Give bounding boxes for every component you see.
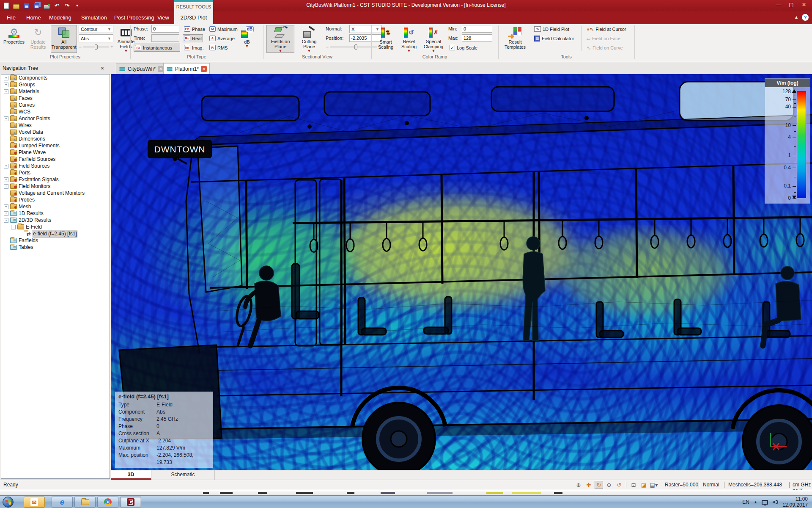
real-mode-button[interactable]: ReReal	[183, 34, 203, 42]
tab-2d3d-plot[interactable]: 2D/3D Plot	[174, 11, 213, 24]
close-button[interactable]: ✕	[798, 0, 810, 9]
all-transparent-toggle[interactable]: All Transparent	[51, 25, 77, 53]
reset-scaling-button[interactable]: ↺ Reset Scaling ▼	[398, 25, 420, 53]
tree-item-materials[interactable]: +Materials	[1, 88, 110, 95]
tree-item-excitation-signals[interactable]: +Excitation Signals	[1, 176, 110, 183]
field-at-cursor-button[interactable]: ●↖Field at Cursor	[585, 25, 627, 33]
help-icon[interactable]: ?	[802, 14, 809, 21]
average-mode-button[interactable]: AAverage	[208, 34, 236, 42]
db-button[interactable]: dB dB ▼	[238, 25, 256, 53]
instantaneous-toggle[interactable]: (t)Instantaneous	[134, 44, 180, 52]
tree-item-farfield-sources[interactable]: Farfield Sources	[1, 156, 110, 163]
tree-item-anchor-points[interactable]: +Anchor Points	[1, 115, 110, 122]
1d-field-plot-button[interactable]: ∿1D Field Plot	[533, 25, 571, 33]
smart-scaling-button[interactable]: ⇅ Smart Scaling	[375, 25, 397, 53]
expand-icon[interactable]: +	[4, 76, 8, 80]
min-input[interactable]	[462, 25, 492, 33]
view-options-icon[interactable]: ▤▾	[650, 481, 658, 489]
tab-close-icon[interactable]: ✕	[158, 66, 164, 72]
new-file-icon[interactable]	[3, 2, 10, 9]
tab-simulation[interactable]: Simulation	[80, 11, 109, 24]
tree-item-mesh[interactable]: +Mesh	[1, 203, 110, 210]
position-slider[interactable]: −+	[326, 44, 381, 50]
maximize-button[interactable]: ▢	[785, 0, 798, 9]
expand-icon[interactable]: +	[4, 116, 8, 121]
tray-expand-icon[interactable]: ▲	[754, 500, 757, 504]
collapse-icon[interactable]: -	[11, 225, 16, 229]
tree-item-ports[interactable]: Ports	[1, 169, 110, 176]
expand-icon[interactable]: +	[4, 184, 8, 189]
tree-item-components[interactable]: +Components	[1, 75, 110, 81]
phase-input[interactable]	[151, 25, 179, 33]
cutplane-tool-icon[interactable]: ◪	[639, 481, 648, 489]
maximum-mode-button[interactable]: MMaximum	[208, 25, 239, 33]
tab-view[interactable]: View	[156, 11, 171, 24]
fit-view-icon[interactable]: ⊡	[629, 481, 638, 489]
collapse-ribbon-icon[interactable]: ▴	[795, 14, 798, 21]
tree-item-field-sources[interactable]: +Field Sources	[1, 163, 110, 169]
tree-item-2d-3d-results[interactable]: -2D/3D Results	[1, 217, 110, 224]
navigation-tree-close-icon[interactable]: ✕	[99, 65, 106, 72]
tree-item-voxel-data[interactable]: Voxel Data	[1, 129, 110, 135]
tree-item-wires[interactable]: Wires	[1, 122, 110, 129]
tree-item-wcs[interactable]: WCS	[1, 108, 110, 115]
tree-item-e-field-f-2-45-fs1-[interactable]: e-field (f=2.45) [fs1]	[1, 230, 110, 237]
view-tab-3d[interactable]: 3D	[111, 470, 151, 480]
minimize-button[interactable]: —	[772, 0, 785, 9]
tree-item-farfields[interactable]: Farfields	[1, 237, 110, 244]
expand-icon[interactable]: +	[4, 164, 8, 168]
expand-icon[interactable]: +	[4, 89, 8, 94]
network-icon[interactable]	[762, 500, 768, 505]
doc-tab-platform1[interactable]: Platform1* ✕	[163, 63, 210, 74]
taskbar-cst-button[interactable]	[120, 497, 141, 508]
view-tab-schematic[interactable]: Schematic	[151, 470, 215, 480]
status-render-mode[interactable]: Normal	[703, 482, 719, 488]
special-clamping-button[interactable]: ✗ Special Clamping ▼	[421, 25, 446, 53]
print-icon[interactable]	[43, 2, 50, 9]
max-input[interactable]	[462, 34, 492, 42]
properties-button[interactable]: ⚙ Properties	[3, 25, 25, 53]
field-calculator-button[interactable]: ▦Field Calculator	[533, 34, 575, 42]
field-plot-3d-view[interactable]: DWNTOWN V/m (log) 128704010410.40.10 e-f…	[111, 74, 812, 470]
taskbar-explorer-button[interactable]	[74, 497, 96, 508]
expand-icon[interactable]: +	[4, 177, 8, 182]
save-icon[interactable]	[23, 2, 30, 9]
taskbar-clock[interactable]: 11:00 12.09.2017	[782, 496, 808, 508]
open-file-icon[interactable]	[13, 2, 20, 9]
zoom-select-icon[interactable]: ⊕	[574, 481, 583, 489]
update-results-button[interactable]: ↻ Update Results	[26, 25, 50, 53]
expand-icon[interactable]: +	[4, 83, 8, 87]
tree-item-lumped-elements[interactable]: Lumped Elements	[1, 142, 110, 149]
save-all-icon[interactable]	[33, 2, 40, 9]
tab-post-processing[interactable]: Post-Processing	[112, 11, 156, 24]
tree-item-field-monitors[interactable]: +Field Monitors	[1, 183, 110, 190]
spin-icon[interactable]: ↺	[615, 481, 623, 489]
redo-icon[interactable]: ↷	[63, 2, 71, 9]
transparency-slider[interactable]: −+	[79, 44, 113, 50]
taskbar-ie-button[interactable]: e	[52, 497, 73, 508]
rotate-icon[interactable]: ↻	[595, 481, 603, 489]
start-button[interactable]	[3, 497, 14, 508]
expand-icon[interactable]: +	[4, 204, 8, 209]
tree-item-curves[interactable]: Curves	[1, 102, 110, 108]
undo-icon[interactable]: ↶	[53, 2, 60, 9]
log-scale-checkbox[interactable]: ✓Log Scale	[448, 44, 479, 52]
tree-item-probes[interactable]: Probes	[1, 196, 110, 203]
collapse-icon[interactable]: -	[4, 218, 8, 223]
taskbar-outlook-button[interactable]: ✉	[24, 497, 45, 508]
tree-item-e-field[interactable]: -E-Field	[1, 224, 110, 230]
tree-item-faces[interactable]: Faces	[1, 95, 110, 102]
tab-modeling[interactable]: Modeling	[47, 11, 73, 24]
speaker-icon[interactable]	[772, 500, 778, 505]
cutting-plane-button[interactable]: Cutting Plane ▼	[296, 25, 322, 53]
dynamic-zoom-icon[interactable]: ⊙	[605, 481, 613, 489]
doc-tab-citybuswifi[interactable]: CityBusWifi* ✕	[116, 64, 167, 74]
expand-icon[interactable]: +	[4, 211, 8, 216]
imag-mode-button[interactable]: ImImag.	[183, 44, 205, 52]
taskbar-chrome-button[interactable]	[97, 497, 118, 508]
field-on-face-button[interactable]: ▱Field on Face	[585, 34, 622, 42]
tree-item-plane-wave[interactable]: Plane Wave	[1, 149, 110, 156]
plot-type-select[interactable]: Contour▼	[79, 25, 113, 33]
rms-mode-button[interactable]: RRMS	[208, 44, 229, 52]
fields-on-plane-toggle[interactable]: ↷ Fields on Plane ▼	[266, 25, 294, 53]
